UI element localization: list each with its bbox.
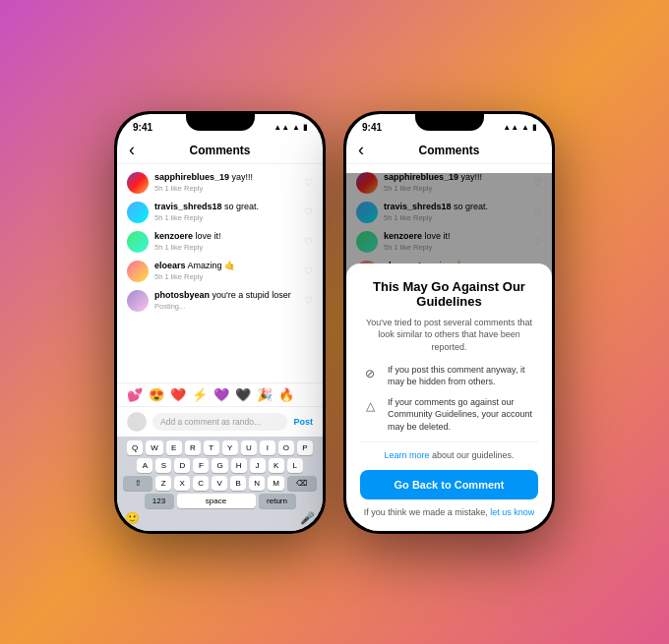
modal-warning-text-1: If you post this comment anyway, it may …: [388, 364, 538, 388]
key-m[interactable]: M: [268, 476, 284, 491]
emoji-item[interactable]: 🔥: [278, 387, 294, 402]
key-return[interactable]: return: [259, 494, 296, 508]
avatar: [127, 290, 149, 312]
notch-left: [186, 111, 255, 131]
wifi-icon: ▲: [292, 123, 300, 132]
emoji-row-left: 💕😍❤️⚡💜🖤🎉🔥: [117, 382, 323, 407]
emoji-item[interactable]: ⚡: [192, 387, 208, 402]
key-j[interactable]: J: [250, 458, 266, 473]
phone-right-inner: 9:41 ▲▲ ▲ ▮ ‹ Comments sapphireblues_19 …: [346, 114, 552, 531]
keyboard-row-3: ⇧ Z X C V B N M ⌫: [121, 476, 319, 491]
key-u[interactable]: U: [241, 440, 257, 455]
emoji-item[interactable]: 💕: [127, 387, 143, 402]
header-title-right: Comments: [418, 144, 479, 157]
post-button-left[interactable]: Post: [293, 417, 313, 427]
emoji-item[interactable]: ❤️: [170, 387, 186, 402]
key-h[interactable]: H: [231, 458, 247, 473]
heart-icon[interactable]: ♡: [304, 265, 313, 276]
keyboard-row-2: A S D F G H J K L: [121, 458, 319, 473]
key-z[interactable]: Z: [155, 476, 171, 491]
status-time-right: 9:41: [362, 122, 382, 133]
key-space[interactable]: space: [177, 494, 256, 508]
key-f[interactable]: F: [193, 458, 209, 473]
emoji-item[interactable]: 💜: [213, 387, 229, 402]
comment-body: sapphireblues_19 yay!!! 5h 1 like Reply: [154, 172, 298, 194]
keyboard-row-1: Q W E R T Y U I O P: [121, 440, 319, 455]
hidden-icon: ⊘: [360, 364, 380, 383]
modal-description: You've tried to post several comments th…: [360, 317, 538, 354]
comment-body: eloears Amazing 🤙 5h 1 like Reply: [154, 261, 298, 282]
notch-right: [415, 111, 484, 131]
key-s[interactable]: S: [155, 458, 171, 473]
keyboard-left: Q W E R T Y U I O P A S D F G H: [117, 437, 323, 531]
key-r[interactable]: R: [185, 440, 201, 455]
comment-item: travis_shreds18 so great. 5h 1 like Repl…: [117, 198, 323, 227]
key-123[interactable]: 123: [145, 494, 174, 508]
key-l[interactable]: L: [287, 458, 303, 473]
battery-icon-right: ▮: [532, 123, 536, 132]
key-shift[interactable]: ⇧: [123, 476, 152, 491]
phone-left-inner: 9:41 ▲▲ ▲ ▮ ‹ Comments sapphireblues_19 …: [117, 114, 323, 531]
key-v[interactable]: V: [212, 476, 227, 491]
phones-container: 9:41 ▲▲ ▲ ▮ ‹ Comments sapphireblues_19 …: [114, 111, 555, 534]
key-x[interactable]: X: [174, 476, 190, 491]
avatar: [127, 231, 149, 253]
modal-divider: [360, 441, 538, 442]
emoji-item[interactable]: 🖤: [235, 387, 251, 402]
comment-item: photosbyean you're a stupid loser Postin…: [117, 286, 323, 316]
avatar: [127, 261, 149, 282]
key-a[interactable]: A: [137, 458, 152, 473]
avatar: [127, 172, 149, 194]
back-button-left[interactable]: ‹: [129, 140, 135, 160]
heart-icon[interactable]: ♡: [304, 177, 313, 188]
comment-text: eloears Amazing 🤙: [154, 261, 298, 272]
emoji-icon[interactable]: 🙂: [125, 511, 140, 525]
modal-warning-1: ⊘ If you post this comment anyway, it ma…: [360, 364, 538, 388]
comment-username: kenzoere: [154, 231, 193, 241]
key-o[interactable]: O: [278, 440, 294, 455]
key-p[interactable]: P: [297, 440, 313, 455]
key-k[interactable]: K: [269, 458, 284, 473]
signal-icon: ▲▲: [274, 123, 289, 132]
header-title-left: Comments: [189, 144, 250, 157]
heart-icon[interactable]: ♡: [304, 206, 313, 217]
key-g[interactable]: G: [212, 458, 227, 473]
modal-learn-more: Learn more about our guidelines.: [360, 450, 538, 460]
key-t[interactable]: T: [204, 440, 219, 455]
key-c[interactable]: C: [193, 476, 209, 491]
emoji-item[interactable]: 🎉: [257, 387, 273, 402]
comment-item: sapphireblues_19 yay!!! 5h 1 like Reply …: [117, 168, 323, 198]
key-d[interactable]: D: [174, 458, 190, 473]
modal-title: This May Go Against Our Guidelines: [360, 279, 538, 309]
key-i[interactable]: I: [260, 440, 275, 455]
learn-more-link[interactable]: Learn more: [384, 450, 429, 460]
modal-warning-text-2: If your comments go against our Communit…: [388, 396, 538, 434]
key-n[interactable]: N: [249, 476, 265, 491]
key-y[interactable]: Y: [222, 440, 238, 455]
key-q[interactable]: Q: [127, 440, 143, 455]
key-e[interactable]: E: [166, 440, 182, 455]
learn-more-suffix: about our guidelines.: [429, 450, 514, 460]
heart-icon[interactable]: ♡: [304, 295, 313, 306]
key-backspace[interactable]: ⌫: [287, 476, 317, 491]
modal-warning-2: △ If your comments go against our Commun…: [360, 396, 538, 434]
comment-input-row-left: Add a comment as rando... Post: [117, 407, 323, 437]
emoji-item[interactable]: 😍: [149, 387, 164, 402]
comment-username: eloears: [154, 261, 186, 270]
back-button-right[interactable]: ‹: [358, 140, 364, 160]
comment-username: photosbyean: [154, 290, 210, 300]
battery-icon: ▮: [303, 123, 307, 132]
heart-icon[interactable]: ♡: [304, 236, 313, 247]
key-b[interactable]: B: [230, 476, 246, 491]
key-w[interactable]: W: [146, 440, 163, 455]
status-time-left: 9:41: [133, 122, 152, 133]
comment-input-left[interactable]: Add a comment as rando...: [152, 413, 287, 431]
go-back-button[interactable]: Go Back to Comment: [360, 470, 538, 499]
modal-mistake: If you think we made a mistake, let us k…: [360, 507, 538, 517]
comment-text: photosbyean you're a stupid loser: [154, 290, 298, 302]
mic-icon[interactable]: 🎤: [300, 511, 315, 525]
comment-meta: Posting...: [154, 302, 298, 311]
comment-meta: 5h 1 like Reply: [154, 184, 298, 193]
keyboard-row-4: 123 space return: [121, 494, 319, 508]
let-us-know-link[interactable]: let us know: [490, 507, 534, 517]
